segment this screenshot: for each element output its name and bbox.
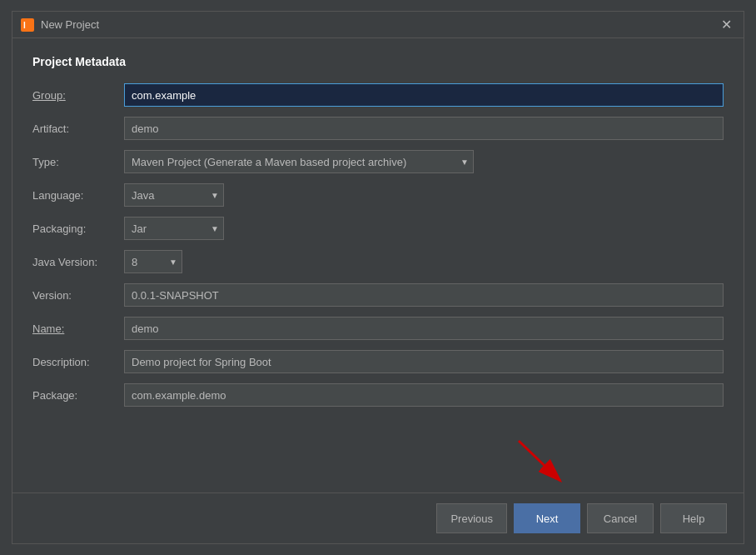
packaging-select[interactable]: Jar War bbox=[124, 217, 224, 240]
type-select[interactable]: Maven Project (Generate a Maven based pr… bbox=[124, 150, 474, 173]
package-input[interactable] bbox=[124, 383, 724, 407]
description-row: Description: bbox=[32, 350, 724, 373]
name-input[interactable] bbox=[124, 317, 724, 340]
language-select-wrap: Java Kotlin Groovy ▼ bbox=[124, 183, 224, 207]
java-version-select[interactable]: 8 11 17 21 bbox=[124, 250, 182, 273]
section-title: Project Metadata bbox=[32, 55, 724, 68]
artifact-row: Artifact: bbox=[32, 117, 724, 140]
dialog-title: New Project bbox=[41, 18, 99, 31]
title-bar: I New Project ✕ bbox=[12, 12, 744, 38]
type-row: Type: Maven Project (Generate a Maven ba… bbox=[32, 150, 724, 173]
type-select-wrap: Maven Project (Generate a Maven based pr… bbox=[124, 150, 474, 173]
version-label: Version: bbox=[32, 289, 124, 302]
new-project-dialog: I New Project ✕ Project Metadata Group: … bbox=[12, 11, 744, 544]
group-label: Group: bbox=[32, 89, 124, 102]
java-version-row: Java Version: 8 11 17 21 ▼ bbox=[32, 250, 724, 273]
packaging-select-wrap: Jar War ▼ bbox=[124, 217, 224, 240]
help-button[interactable]: Help bbox=[660, 503, 727, 533]
version-row: Version: bbox=[32, 283, 724, 307]
name-label: Name: bbox=[32, 322, 124, 335]
java-version-label: Java Version: bbox=[32, 256, 124, 268]
next-button[interactable]: Next bbox=[514, 503, 580, 533]
language-row: Language: Java Kotlin Groovy ▼ bbox=[32, 183, 724, 207]
description-input[interactable] bbox=[124, 350, 724, 373]
cancel-button[interactable]: Cancel bbox=[587, 503, 654, 533]
previous-button[interactable]: Previous bbox=[436, 503, 507, 533]
dialog-content: Project Metadata Group: Artifact: Type: … bbox=[12, 38, 744, 492]
version-input[interactable] bbox=[124, 283, 724, 307]
group-input[interactable] bbox=[124, 83, 724, 107]
app-icon: I bbox=[21, 18, 34, 32]
svg-text:I: I bbox=[23, 21, 26, 30]
artifact-label: Artifact: bbox=[32, 122, 124, 135]
java-version-select-wrap: 8 11 17 21 ▼ bbox=[124, 250, 182, 273]
package-row: Package: bbox=[32, 383, 724, 407]
language-label: Language: bbox=[32, 189, 124, 202]
packaging-row: Packaging: Jar War ▼ bbox=[32, 217, 724, 240]
packaging-label: Packaging: bbox=[32, 222, 124, 235]
close-button[interactable]: ✕ bbox=[718, 17, 735, 33]
type-label: Type: bbox=[32, 156, 124, 168]
title-bar-left: I New Project bbox=[21, 18, 99, 32]
dialog-footer: Previous Next Cancel Help bbox=[12, 492, 744, 543]
group-row: Group: bbox=[32, 83, 724, 107]
name-row: Name: bbox=[32, 317, 724, 340]
package-label: Package: bbox=[32, 389, 124, 402]
artifact-input[interactable] bbox=[124, 117, 724, 140]
description-label: Description: bbox=[32, 356, 124, 368]
language-select[interactable]: Java Kotlin Groovy bbox=[124, 183, 224, 207]
